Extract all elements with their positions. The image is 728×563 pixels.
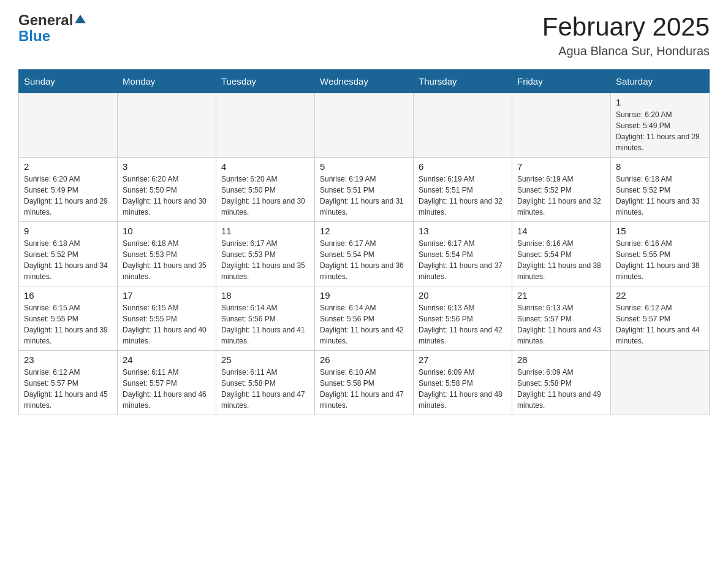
calendar-cell: 26Sunrise: 6:10 AM Sunset: 5:58 PM Dayli… (315, 351, 414, 415)
column-header-sunday: Sunday (19, 70, 118, 93)
calendar-cell: 15Sunrise: 6:16 AM Sunset: 5:55 PM Dayli… (611, 222, 710, 286)
day-info: Sunrise: 6:15 AM Sunset: 5:55 PM Dayligh… (123, 302, 211, 347)
calendar-cell (611, 351, 710, 415)
day-number: 9 (24, 226, 112, 236)
day-info: Sunrise: 6:20 AM Sunset: 5:49 PM Dayligh… (616, 109, 704, 153)
day-info: Sunrise: 6:16 AM Sunset: 5:55 PM Dayligh… (616, 238, 704, 282)
day-number: 2 (24, 161, 112, 172)
calendar-week-row: 23Sunrise: 6:12 AM Sunset: 5:57 PM Dayli… (19, 351, 710, 415)
day-number: 6 (419, 161, 507, 172)
day-number: 22 (616, 290, 704, 301)
calendar-table: SundayMondayTuesdayWednesdayThursdayFrid… (18, 69, 710, 415)
day-info: Sunrise: 6:13 AM Sunset: 5:56 PM Dayligh… (419, 302, 507, 347)
calendar-cell (414, 93, 512, 158)
day-info: Sunrise: 6:09 AM Sunset: 5:58 PM Dayligh… (419, 367, 507, 411)
column-header-tuesday: Tuesday (216, 70, 315, 93)
calendar-cell: 22Sunrise: 6:12 AM Sunset: 5:57 PM Dayli… (611, 286, 710, 351)
calendar-cell (216, 93, 315, 158)
calendar-cell: 16Sunrise: 6:15 AM Sunset: 5:55 PM Dayli… (19, 286, 118, 351)
calendar-cell: 7Sunrise: 6:19 AM Sunset: 5:52 PM Daylig… (512, 158, 611, 222)
day-info: Sunrise: 6:19 AM Sunset: 5:51 PM Dayligh… (320, 174, 408, 218)
calendar-cell: 8Sunrise: 6:18 AM Sunset: 5:52 PM Daylig… (611, 158, 710, 222)
day-info: Sunrise: 6:12 AM Sunset: 5:57 PM Dayligh… (24, 367, 112, 411)
day-number: 15 (616, 226, 704, 236)
day-number: 10 (123, 226, 211, 236)
day-number: 8 (616, 161, 704, 172)
day-info: Sunrise: 6:19 AM Sunset: 5:51 PM Dayligh… (419, 174, 507, 218)
column-header-saturday: Saturday (611, 70, 710, 93)
day-number: 27 (419, 354, 507, 365)
day-number: 17 (123, 290, 211, 301)
day-info: Sunrise: 6:20 AM Sunset: 5:49 PM Dayligh… (24, 174, 112, 218)
day-info: Sunrise: 6:15 AM Sunset: 5:55 PM Dayligh… (24, 302, 112, 347)
day-number: 21 (517, 290, 605, 301)
day-info: Sunrise: 6:14 AM Sunset: 5:56 PM Dayligh… (320, 302, 408, 347)
day-number: 7 (517, 161, 605, 172)
day-info: Sunrise: 6:12 AM Sunset: 5:57 PM Dayligh… (616, 302, 704, 347)
day-number: 5 (320, 161, 408, 172)
calendar-cell (315, 93, 414, 158)
calendar-cell: 9Sunrise: 6:18 AM Sunset: 5:52 PM Daylig… (19, 222, 118, 286)
column-header-friday: Friday (512, 70, 611, 93)
page-header: General Blue February 2025 Agua Blanca S… (18, 12, 710, 58)
calendar-cell: 3Sunrise: 6:20 AM Sunset: 5:50 PM Daylig… (118, 158, 216, 222)
day-number: 1 (616, 97, 704, 107)
day-number: 12 (320, 226, 408, 236)
day-number: 16 (24, 290, 112, 301)
svg-marker-0 (75, 15, 86, 23)
calendar-week-row: 1Sunrise: 6:20 AM Sunset: 5:49 PM Daylig… (19, 93, 710, 158)
calendar-cell: 1Sunrise: 6:20 AM Sunset: 5:49 PM Daylig… (611, 93, 710, 158)
day-info: Sunrise: 6:11 AM Sunset: 5:57 PM Dayligh… (123, 367, 211, 411)
day-info: Sunrise: 6:10 AM Sunset: 5:58 PM Dayligh… (320, 367, 408, 411)
day-number: 26 (320, 354, 408, 365)
day-info: Sunrise: 6:14 AM Sunset: 5:56 PM Dayligh… (221, 302, 309, 347)
day-number: 28 (517, 354, 605, 365)
calendar-cell: 6Sunrise: 6:19 AM Sunset: 5:51 PM Daylig… (414, 158, 512, 222)
logo-triangle-icon (75, 13, 86, 27)
title-section: February 2025 Agua Blanca Sur, Honduras (542, 12, 710, 58)
day-number: 20 (419, 290, 507, 301)
day-number: 3 (123, 161, 211, 172)
calendar-cell: 19Sunrise: 6:14 AM Sunset: 5:56 PM Dayli… (315, 286, 414, 351)
calendar-cell: 5Sunrise: 6:19 AM Sunset: 5:51 PM Daylig… (315, 158, 414, 222)
logo-general-text: General (18, 12, 73, 28)
column-header-wednesday: Wednesday (315, 70, 414, 93)
calendar-cell: 2Sunrise: 6:20 AM Sunset: 5:49 PM Daylig… (19, 158, 118, 222)
day-info: Sunrise: 6:13 AM Sunset: 5:57 PM Dayligh… (517, 302, 605, 347)
calendar-week-row: 2Sunrise: 6:20 AM Sunset: 5:49 PM Daylig… (19, 158, 710, 222)
day-number: 13 (419, 226, 507, 236)
logo: General Blue (18, 12, 86, 45)
calendar-cell: 11Sunrise: 6:17 AM Sunset: 5:53 PM Dayli… (216, 222, 315, 286)
day-info: Sunrise: 6:16 AM Sunset: 5:54 PM Dayligh… (517, 238, 605, 282)
calendar-cell: 14Sunrise: 6:16 AM Sunset: 5:54 PM Dayli… (512, 222, 611, 286)
calendar-cell: 12Sunrise: 6:17 AM Sunset: 5:54 PM Dayli… (315, 222, 414, 286)
day-info: Sunrise: 6:20 AM Sunset: 5:50 PM Dayligh… (221, 174, 309, 218)
day-info: Sunrise: 6:20 AM Sunset: 5:50 PM Dayligh… (123, 174, 211, 218)
calendar-cell: 23Sunrise: 6:12 AM Sunset: 5:57 PM Dayli… (19, 351, 118, 415)
calendar-cell: 4Sunrise: 6:20 AM Sunset: 5:50 PM Daylig… (216, 158, 315, 222)
calendar-week-row: 16Sunrise: 6:15 AM Sunset: 5:55 PM Dayli… (19, 286, 710, 351)
day-info: Sunrise: 6:19 AM Sunset: 5:52 PM Dayligh… (517, 174, 605, 218)
day-number: 19 (320, 290, 408, 301)
day-number: 25 (221, 354, 309, 365)
calendar-cell (512, 93, 611, 158)
calendar-week-row: 9Sunrise: 6:18 AM Sunset: 5:52 PM Daylig… (19, 222, 710, 286)
month-title: February 2025 (542, 12, 710, 42)
calendar-cell: 17Sunrise: 6:15 AM Sunset: 5:55 PM Dayli… (118, 286, 216, 351)
calendar-cell: 24Sunrise: 6:11 AM Sunset: 5:57 PM Dayli… (118, 351, 216, 415)
column-header-monday: Monday (118, 70, 216, 93)
calendar-cell: 28Sunrise: 6:09 AM Sunset: 5:58 PM Dayli… (512, 351, 611, 415)
day-info: Sunrise: 6:18 AM Sunset: 5:52 PM Dayligh… (24, 238, 112, 282)
day-info: Sunrise: 6:17 AM Sunset: 5:54 PM Dayligh… (320, 238, 408, 282)
day-number: 4 (221, 161, 309, 172)
calendar-cell: 10Sunrise: 6:18 AM Sunset: 5:53 PM Dayli… (118, 222, 216, 286)
day-info: Sunrise: 6:18 AM Sunset: 5:53 PM Dayligh… (123, 238, 211, 282)
day-info: Sunrise: 6:11 AM Sunset: 5:58 PM Dayligh… (221, 367, 309, 411)
day-number: 23 (24, 354, 112, 365)
calendar-cell: 21Sunrise: 6:13 AM Sunset: 5:57 PM Dayli… (512, 286, 611, 351)
calendar-cell: 25Sunrise: 6:11 AM Sunset: 5:58 PM Dayli… (216, 351, 315, 415)
day-number: 11 (221, 226, 309, 236)
day-info: Sunrise: 6:17 AM Sunset: 5:53 PM Dayligh… (221, 238, 309, 282)
day-number: 14 (517, 226, 605, 236)
day-number: 24 (123, 354, 211, 365)
